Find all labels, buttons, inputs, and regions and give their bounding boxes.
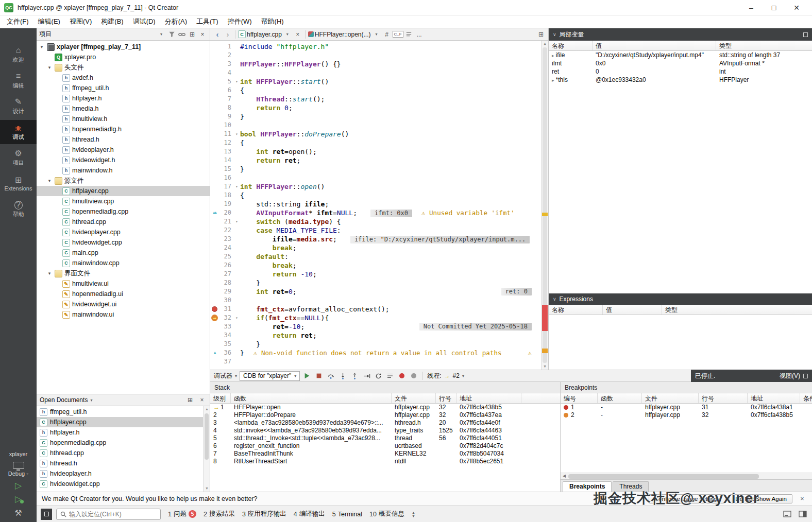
- outline-icon[interactable]: [404, 29, 414, 40]
- encoding-indicator[interactable]: C..F: [393, 31, 403, 38]
- code-line[interactable]: 9}: [210, 112, 541, 121]
- panel-window-icon[interactable]: [803, 32, 808, 37]
- menu-item[interactable]: 帮助(H): [257, 15, 289, 28]
- code-line[interactable]: 13 int ret=open();: [210, 147, 541, 156]
- panel-window-icon[interactable]: [803, 374, 808, 378]
- locals-row[interactable]: ▸ifile"D:/xcyxiner/qtStudy/xplayer/input…: [549, 51, 812, 59]
- tree-item[interactable]: Cmain.cpp: [37, 248, 210, 258]
- stack-frame-row[interactable]: 5std::thread::_Invoke<std::tuple<<lambda…: [210, 434, 560, 442]
- restart-icon[interactable]: [374, 371, 383, 380]
- line-number[interactable]: 21: [219, 217, 233, 226]
- line-number[interactable]: 13: [219, 147, 233, 156]
- tree-item[interactable]: hhmedia.h: [37, 103, 210, 114]
- menu-item[interactable]: 编辑(E): [33, 15, 65, 28]
- output-pane-button[interactable]: 5Terminal: [329, 509, 365, 519]
- tree-item[interactable]: ▾xplayer [ffmpeg_play_7_11]: [37, 42, 210, 52]
- code-line[interactable]: 35 }: [210, 340, 541, 349]
- scroll-down-icon[interactable]: ▼: [542, 363, 548, 370]
- column-header[interactable]: 文件: [392, 393, 436, 403]
- expander-icon[interactable]: ▸: [552, 78, 554, 83]
- code-line[interactable]: ▲▲20 AVInputFormat* ifmt=NULL;ifmt: 0x0⚠…: [210, 208, 541, 217]
- tree-item[interactable]: Chmultiview.cpp: [37, 196, 210, 206]
- column-header[interactable]: 值: [603, 305, 662, 315]
- expander-icon[interactable]: ▾: [46, 178, 53, 183]
- line-number[interactable]: 28: [219, 279, 233, 287]
- scrollbar-thumb[interactable]: [568, 474, 759, 479]
- column-header[interactable]: 名称: [549, 41, 593, 50]
- mode-edit[interactable]: ≡编辑: [0, 68, 37, 93]
- tree-item[interactable]: hhopenmediadlg.h: [37, 124, 210, 134]
- fold-marker[interactable]: ▾: [233, 77, 240, 86]
- column-header[interactable]: 行号: [436, 393, 456, 403]
- line-number[interactable]: 17: [219, 182, 233, 191]
- minimize-button[interactable]: –: [740, 0, 763, 15]
- locator-input[interactable]: [69, 511, 151, 518]
- open-documents-scrollbar[interactable]: ▲ ▼: [203, 406, 210, 492]
- symbol-selector[interactable]: HFFPlayer::open(...): [315, 31, 371, 38]
- code-line[interactable]: 28 }: [210, 279, 541, 287]
- breakpoint-row[interactable]: 2-hffplayer.cpp320x7ff6cfa438b5: [561, 411, 812, 419]
- tree-item[interactable]: hffmpeg_util.h: [37, 83, 210, 93]
- column-header[interactable]: 函数: [231, 393, 392, 403]
- column-header[interactable]: 级别: [210, 393, 231, 403]
- code-line[interactable]: 18{: [210, 191, 541, 200]
- code-line[interactable]: 1#include "hffplayer.h": [210, 42, 541, 51]
- tree-item[interactable]: hhmultiview.h: [37, 114, 210, 124]
- hash-icon[interactable]: #: [382, 29, 392, 40]
- toggle-output-icon[interactable]: [782, 509, 792, 519]
- code-line[interactable]: 19 std::string ifile;: [210, 200, 541, 208]
- mode-help[interactable]: ?帮助: [0, 197, 37, 221]
- output-pane-button[interactable]: 3应用程序输出: [239, 508, 290, 520]
- tree-item[interactable]: ▾头文件: [37, 62, 210, 73]
- code-line[interactable]: 23 ifile=media.src;ifile: "D:/xcyxiner/q…: [210, 235, 541, 243]
- code-line[interactable]: 25 default:: [210, 252, 541, 261]
- line-number[interactable]: 12: [219, 138, 233, 147]
- menu-item[interactable]: 工具(T): [192, 15, 223, 28]
- code-line[interactable]: 26 break;: [210, 261, 541, 270]
- column-header[interactable]: 类型: [662, 305, 812, 315]
- mode-debug[interactable]: 调试: [0, 120, 37, 144]
- step-over-icon[interactable]: [326, 371, 335, 380]
- tree-item[interactable]: Chvideowidget.cpp: [37, 237, 210, 248]
- file-dropdown-icon[interactable]: ▾: [283, 29, 292, 40]
- menu-item[interactable]: 构建(B): [96, 15, 128, 28]
- step-into-icon[interactable]: [338, 371, 347, 380]
- line-number[interactable]: 1: [219, 42, 233, 51]
- close-panel-icon[interactable]: ×: [197, 395, 207, 405]
- scroll-up-icon[interactable]: ▲: [542, 41, 548, 47]
- menu-item[interactable]: 控件(W): [223, 15, 257, 28]
- fold-marker[interactable]: ▾: [233, 130, 240, 138]
- tree-item[interactable]: hmainwindow.h: [37, 165, 210, 176]
- column-header[interactable]: 函数: [598, 393, 642, 403]
- column-header[interactable]: 类型: [716, 41, 812, 50]
- open-document-item[interactable]: Chopenmediadlg.cpp: [37, 438, 203, 448]
- stack-frame-row[interactable]: 7BaseThreadInitThunkKERNEL320x7ff8b50470…: [210, 450, 560, 458]
- code-line[interactable]: 24 break;: [210, 243, 541, 252]
- fold-marker[interactable]: ▾: [233, 217, 240, 226]
- close-document-icon[interactable]: ×: [293, 29, 302, 40]
- build-button[interactable]: ⚒: [14, 508, 22, 518]
- stack-frame-row[interactable]: 2HFFPlayer::doPreparehffplayer.cpp320x7f…: [210, 411, 560, 419]
- column-header[interactable]: 名称: [549, 305, 603, 315]
- code-line[interactable]: 30: [210, 296, 541, 305]
- mode-project[interactable]: ⚙项目: [0, 146, 37, 170]
- stack-frame-row[interactable]: 3<lambda_e73ac928580eb539d937edda3994e67…: [210, 419, 560, 427]
- horizontal-scrollbar[interactable]: ◀: [561, 473, 812, 479]
- breakpoint-row[interactable]: 1-hffplayer.cpp310x7ff6cfa438a1: [561, 404, 812, 411]
- code-line[interactable]: 4: [210, 68, 541, 77]
- scroll-left-icon[interactable]: ◀: [561, 473, 568, 479]
- line-number[interactable]: 36: [219, 349, 233, 357]
- stack-frame-row[interactable]: 4std::invoke<<lambda_e73ac928580eb539d93…: [210, 427, 560, 434]
- line-number[interactable]: 24: [219, 243, 233, 252]
- output-pane-arrows[interactable]: ▲▼: [412, 511, 415, 518]
- line-number[interactable]: 19: [219, 200, 233, 208]
- gutter-marker[interactable]: [210, 305, 219, 314]
- line-number[interactable]: 25: [219, 252, 233, 261]
- start-debugging-button[interactable]: ▷: [15, 495, 22, 503]
- line-number[interactable]: 14: [219, 156, 233, 165]
- code-line[interactable]: 27 return -10;: [210, 270, 541, 279]
- menu-item[interactable]: 分析(A): [160, 15, 192, 28]
- tree-item[interactable]: havdef.h: [37, 73, 210, 83]
- dismiss-notification-icon[interactable]: ×: [798, 494, 807, 504]
- line-number[interactable]: 26: [219, 261, 233, 270]
